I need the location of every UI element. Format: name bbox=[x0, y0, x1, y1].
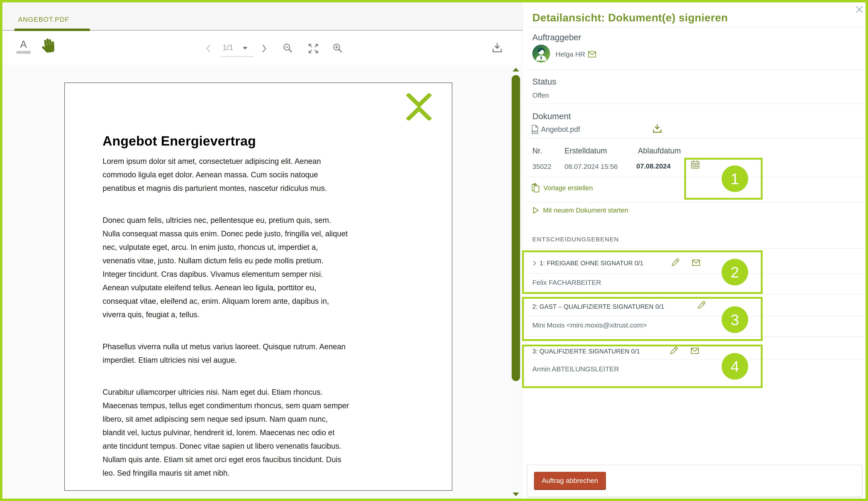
copy-template-icon bbox=[531, 183, 540, 193]
document-title: Angebot Energievertrag bbox=[102, 133, 256, 149]
text-tool-icon: A bbox=[17, 39, 31, 49]
scrollbar-thumb[interactable] bbox=[512, 75, 520, 381]
zoom-out-button[interactable] bbox=[282, 43, 293, 55]
text-annotation-tool[interactable]: A bbox=[17, 39, 31, 54]
calendar-icon bbox=[691, 160, 700, 169]
next-page-icon bbox=[260, 44, 267, 53]
next-page-button[interactable] bbox=[260, 44, 267, 54]
vorlage-erstellen-label: Vorlage erstellen bbox=[543, 184, 593, 192]
download-icon bbox=[492, 42, 503, 53]
divider bbox=[527, 27, 865, 28]
level-3-edit-button[interactable] bbox=[670, 346, 678, 355]
text-tool-color-bar bbox=[17, 51, 31, 54]
xitrust-logo bbox=[404, 93, 434, 121]
download-document-button[interactable] bbox=[492, 42, 503, 54]
download-pdf-button[interactable] bbox=[652, 123, 662, 135]
divider bbox=[527, 316, 865, 317]
neues-dokument-label: Mit neuem Dokument starten bbox=[543, 206, 628, 214]
level-3-mail-button[interactable] bbox=[691, 348, 699, 355]
change-expiry-date-button[interactable] bbox=[691, 160, 700, 170]
mail-icon bbox=[692, 259, 700, 266]
entscheidungsebenen-heading: ENTSCHEIDUNGSEBENEN bbox=[532, 236, 619, 243]
document-filename[interactable]: Angebot.pdf bbox=[541, 125, 580, 134]
level-1-header[interactable]: 1: FREIGABE OHNE SIGNATUR 0/1 bbox=[532, 260, 644, 267]
zoom-out-icon bbox=[282, 43, 293, 54]
panel-title: Detailansicht: Dokument(e) signieren bbox=[532, 11, 728, 24]
col-erstelldatum: Erstelldatum bbox=[564, 147, 607, 155]
auftraggeber-row: Helga HR bbox=[556, 50, 596, 58]
divider bbox=[527, 104, 865, 104]
cell-ablaufdatum: 07.08.2024 bbox=[636, 162, 670, 170]
vorlage-erstellen-link[interactable]: Vorlage erstellen bbox=[531, 183, 593, 193]
auftraggeber-heading: Auftraggeber bbox=[532, 33, 581, 42]
document-file-row: PDF Angebot.pdf bbox=[531, 125, 580, 134]
play-icon bbox=[531, 206, 540, 215]
document-paragraph: Curabitur ullamcorper ultricies nisi. Na… bbox=[102, 385, 424, 480]
page-number-select[interactable]: 1/1 bbox=[223, 43, 233, 52]
level-3-signer: Armin ABTEILUNGSLEITER bbox=[532, 365, 619, 373]
level-3-header[interactable]: 3: QUALIFIZIERTE SIGNATUREN 0/1 bbox=[532, 348, 640, 355]
level-1-title: 1: FREIGABE OHNE SIGNATUR 0/1 bbox=[540, 260, 644, 267]
cancel-order-button[interactable]: Auftrag abbrechen bbox=[534, 472, 606, 490]
close-icon bbox=[855, 5, 864, 14]
pan-tool-button[interactable] bbox=[42, 39, 54, 53]
divider bbox=[527, 336, 865, 337]
divider bbox=[527, 70, 865, 70]
active-tab-indicator bbox=[14, 29, 90, 31]
level-2-title: 2: GAST – QUALIFIZIERTE SIGNATUREN 0/1 bbox=[532, 303, 664, 310]
document-canvas: Angebot Energievertrag Lorem ipsum dolor… bbox=[2, 65, 509, 499]
level-1-mail-button[interactable] bbox=[692, 259, 700, 267]
avatar bbox=[532, 45, 550, 62]
document-paragraph: Donec quam felis, ultricies nec, pellent… bbox=[102, 214, 424, 321]
zoom-in-button[interactable] bbox=[332, 43, 343, 55]
divider bbox=[527, 248, 865, 248]
level-2-edit-button[interactable] bbox=[697, 301, 706, 310]
scroll-up-icon[interactable] bbox=[513, 68, 519, 72]
pdf-file-icon: PDF bbox=[531, 125, 539, 134]
document-tab-bar: ANGEBOT.PDF bbox=[2, 2, 523, 31]
status-value: Offen bbox=[532, 92, 549, 99]
detail-panel: Detailansicht: Dokument(e) signieren Auf… bbox=[525, 2, 868, 499]
pencil-icon bbox=[670, 346, 678, 355]
divider bbox=[527, 138, 865, 139]
cell-nr: 35022 bbox=[532, 163, 551, 170]
previous-page-button[interactable] bbox=[205, 44, 212, 54]
level-2-header[interactable]: 2: GAST – QUALIFIZIERTE SIGNATUREN 0/1 bbox=[532, 303, 664, 310]
divider bbox=[527, 202, 865, 202]
zoom-in-icon bbox=[332, 43, 343, 54]
page-select-caret-icon[interactable] bbox=[243, 47, 248, 50]
download-icon bbox=[652, 123, 662, 134]
svg-text:PDF: PDF bbox=[532, 130, 537, 133]
tab-angebot-pdf[interactable]: ANGEBOT.PDF bbox=[18, 16, 69, 23]
level-1-signer: Felix FACHARBEITER bbox=[532, 279, 601, 286]
divider bbox=[527, 273, 865, 274]
panel-footer: Auftrag abbrechen bbox=[527, 465, 862, 497]
page-select-underline bbox=[221, 56, 253, 57]
status-heading: Status bbox=[532, 77, 556, 87]
neues-dokument-link[interactable]: Mit neuem Dokument starten bbox=[531, 206, 628, 215]
pdf-page: Angebot Energievertrag Lorem ipsum dolor… bbox=[64, 83, 452, 491]
document-scrollbar[interactable] bbox=[509, 65, 523, 499]
divider bbox=[527, 360, 865, 360]
signature-app-window: ANGEBOT.PDF A 1/1 bbox=[0, 0, 868, 501]
document-body: Lorem ipsum dolor sit amet, consectetuer… bbox=[102, 154, 424, 498]
level-1-edit-button[interactable] bbox=[671, 258, 680, 267]
viewer-toolbar: A 1/1 bbox=[2, 31, 523, 65]
scroll-down-icon[interactable] bbox=[513, 492, 519, 496]
document-paragraph: Phasellus viverra nulla ut metus varius … bbox=[102, 340, 424, 367]
mail-icon bbox=[691, 348, 699, 354]
chevron-right-icon bbox=[532, 260, 537, 266]
pencil-icon bbox=[671, 258, 680, 267]
close-panel-button[interactable] bbox=[855, 5, 864, 15]
hand-tool-icon bbox=[42, 39, 54, 53]
fit-screen-icon bbox=[308, 43, 319, 54]
mail-icon[interactable] bbox=[588, 51, 596, 58]
cell-erstelldatum: 08.07.2024 15:56 bbox=[564, 163, 618, 170]
pdf-viewer: ANGEBOT.PDF A 1/1 bbox=[2, 2, 523, 499]
divider bbox=[527, 177, 865, 177]
level-2-signer: Mini Moxis <mini.moxis@xitrust.com> bbox=[532, 321, 647, 329]
fit-to-screen-button[interactable] bbox=[308, 43, 319, 55]
col-nr: Nr. bbox=[532, 147, 542, 155]
pencil-icon bbox=[697, 301, 706, 309]
auftraggeber-name: Helga HR bbox=[556, 50, 585, 58]
